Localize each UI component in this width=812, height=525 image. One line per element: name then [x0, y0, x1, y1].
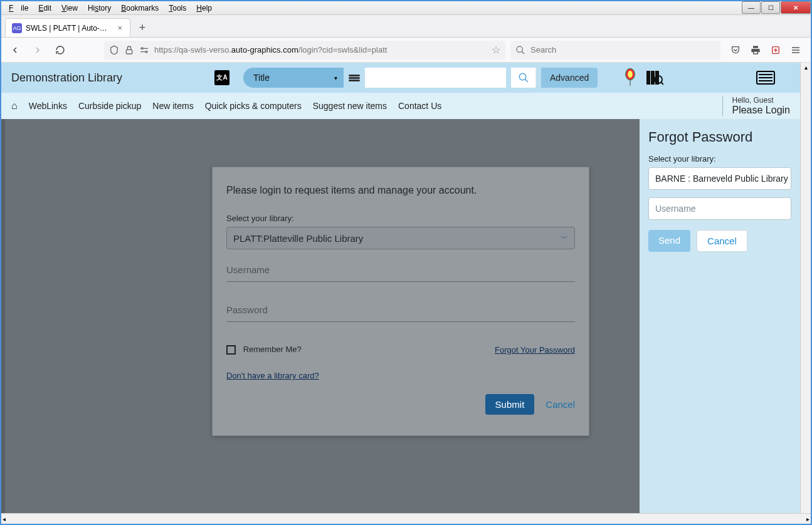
- app-header: Demonstration Library 文A Title ▾ Advance…: [1, 63, 800, 93]
- forgot-password-panel: Forgot Password Select your library: BAR…: [640, 119, 800, 513]
- svg-point-3: [517, 46, 522, 52]
- toolbar-right: [725, 45, 806, 55]
- new-tab-button[interactable]: +: [133, 18, 152, 37]
- search-button[interactable]: [511, 68, 536, 88]
- forgot-library-select[interactable]: BARNE : Barneveld Public Library: [648, 167, 791, 190]
- vertical-scrollbar[interactable]: ▴ ▾: [800, 63, 811, 524]
- remember-label: Remember Me?: [243, 345, 302, 354]
- forgot-username-placeholder: Username: [655, 204, 696, 214]
- remember-checkbox[interactable]: [226, 345, 236, 355]
- password-input[interactable]: Password: [226, 304, 575, 322]
- menu-view[interactable]: View: [58, 3, 82, 14]
- svg-rect-0: [126, 49, 132, 54]
- browser-search[interactable]: Search: [510, 41, 720, 60]
- home-icon[interactable]: ⌂: [11, 100, 18, 112]
- advanced-search-button[interactable]: Advanced: [541, 68, 598, 88]
- submit-button[interactable]: Submit: [485, 394, 535, 415]
- tab-close-icon[interactable]: ×: [116, 23, 124, 33]
- maximize-button[interactable]: ☐: [761, 1, 780, 14]
- print-icon[interactable]: [751, 45, 761, 55]
- nav-new-items[interactable]: New items: [152, 101, 193, 111]
- svg-point-8: [628, 71, 632, 78]
- svg-rect-10: [651, 71, 655, 85]
- nav-curbside[interactable]: Curbside pickup: [78, 101, 141, 111]
- no-card-link[interactable]: Don't have a library card?: [226, 371, 319, 380]
- nav-suggest[interactable]: Suggest new items: [313, 101, 387, 111]
- url-bar[interactable]: https://qa-swls-verso.auto-graphics.com/…: [104, 41, 505, 60]
- menu-help[interactable]: Help: [192, 3, 216, 14]
- nav-contact[interactable]: Contact Us: [398, 101, 441, 111]
- scroll-up-icon[interactable]: ▴: [803, 63, 809, 72]
- catalog-icon[interactable]: [646, 70, 663, 86]
- content-area: Please login to request items and manage…: [1, 119, 800, 513]
- tab-favicon: AG: [12, 23, 22, 33]
- menu-edit[interactable]: Edit: [34, 3, 55, 14]
- tab-strip: AG SWLS | PLATT | Auto-Graphics In × +: [1, 15, 811, 38]
- back-button[interactable]: [6, 41, 24, 59]
- svg-point-5: [519, 73, 526, 80]
- extension-icon[interactable]: [771, 45, 781, 55]
- browser-search-placeholder: Search: [530, 45, 556, 55]
- shield-icon: [109, 45, 119, 55]
- forgot-title: Forgot Password: [648, 129, 791, 145]
- toolbar: https://qa-swls-verso.auto-graphics.com/…: [1, 38, 811, 63]
- language-icon[interactable]: 文A: [214, 70, 229, 85]
- login-dialog: Please login to request items and manage…: [212, 167, 589, 436]
- page-content: Demonstration Library 文A Title ▾ Advance…: [1, 63, 811, 524]
- tab-title: SWLS | PLATT | Auto-Graphics In: [26, 24, 112, 33]
- balloon-icon[interactable]: [623, 68, 637, 87]
- app-menu-icon[interactable]: [791, 45, 801, 55]
- forgot-username-input[interactable]: Username: [648, 197, 791, 220]
- menu-bookmarks[interactable]: Bookmarks: [117, 3, 162, 14]
- list-view-icon[interactable]: [756, 71, 775, 85]
- svg-point-1: [141, 48, 143, 49]
- close-button[interactable]: ✕: [781, 1, 811, 14]
- nav-weblinks[interactable]: WebLinks: [29, 101, 67, 111]
- scroll-right-icon[interactable]: ▸: [805, 514, 811, 524]
- url-text: https://qa-swls-verso.auto-graphics.com/…: [154, 45, 487, 55]
- window-controls: — ☐ ✕: [741, 1, 811, 14]
- login-status[interactable]: Hello, Guest Please Login: [722, 96, 790, 116]
- menu-file[interactable]: File: [5, 3, 32, 14]
- send-button[interactable]: Send: [648, 230, 690, 252]
- search-type-label: Title: [253, 73, 270, 83]
- login-heading: Please login to request items and manage…: [226, 185, 575, 196]
- forward-button[interactable]: [29, 41, 46, 59]
- svg-rect-9: [646, 71, 650, 85]
- menu-tools[interactable]: Tools: [165, 3, 190, 14]
- chevron-down-icon: ▾: [334, 75, 337, 81]
- library-select-value: PLATT:Platteville Public Library: [233, 233, 363, 244]
- search-icon: [515, 45, 525, 55]
- forgot-library-value: BARNE : Barneveld Public Library: [655, 174, 788, 184]
- horizontal-scrollbar[interactable]: ◂ ▸: [1, 513, 811, 524]
- pocket-icon[interactable]: [730, 45, 741, 55]
- search-type-dropdown[interactable]: Title ▾: [243, 68, 344, 88]
- scroll-left-icon[interactable]: ◂: [1, 514, 7, 524]
- minimize-button[interactable]: —: [742, 1, 761, 14]
- menubar: File Edit View History Bookmarks Tools H…: [1, 1, 811, 15]
- remember-me[interactable]: Remember Me?: [226, 345, 302, 355]
- database-icon[interactable]: [349, 75, 360, 81]
- forgot-select-label: Select your library:: [648, 154, 791, 164]
- browser-tab[interactable]: AG SWLS | PLATT | Auto-Graphics In ×: [5, 18, 130, 37]
- browser-window: File Edit View History Bookmarks Tools H…: [0, 0, 812, 525]
- cancel-button[interactable]: Cancel: [546, 399, 575, 410]
- forgot-password-link[interactable]: Forgot Your Password: [495, 345, 575, 355]
- forgot-cancel-button[interactable]: Cancel: [697, 230, 747, 252]
- lock-icon: [124, 45, 134, 55]
- bookmark-star-icon[interactable]: ☆: [492, 44, 500, 56]
- reload-button[interactable]: [51, 41, 69, 59]
- menu-history[interactable]: History: [84, 3, 115, 14]
- greeting-text: Hello, Guest: [732, 96, 790, 105]
- modal-backdrop: Please login to request items and manage…: [1, 119, 640, 513]
- chevron-down-icon: ﹀: [561, 233, 568, 244]
- nav-row: ⌂ WebLinks Curbside pickup New items Qui…: [1, 93, 800, 119]
- library-select[interactable]: PLATT:Platteville Public Library ﹀: [226, 227, 575, 249]
- library-select-label: Select your library:: [226, 214, 575, 223]
- permissions-icon: [139, 45, 149, 55]
- library-name: Demonstration Library: [11, 71, 122, 85]
- nav-quick-picks[interactable]: Quick picks & computers: [205, 101, 302, 111]
- catalog-search-input[interactable]: [365, 68, 506, 88]
- username-input[interactable]: Username: [226, 264, 575, 282]
- please-login-text: Please Login: [732, 105, 790, 116]
